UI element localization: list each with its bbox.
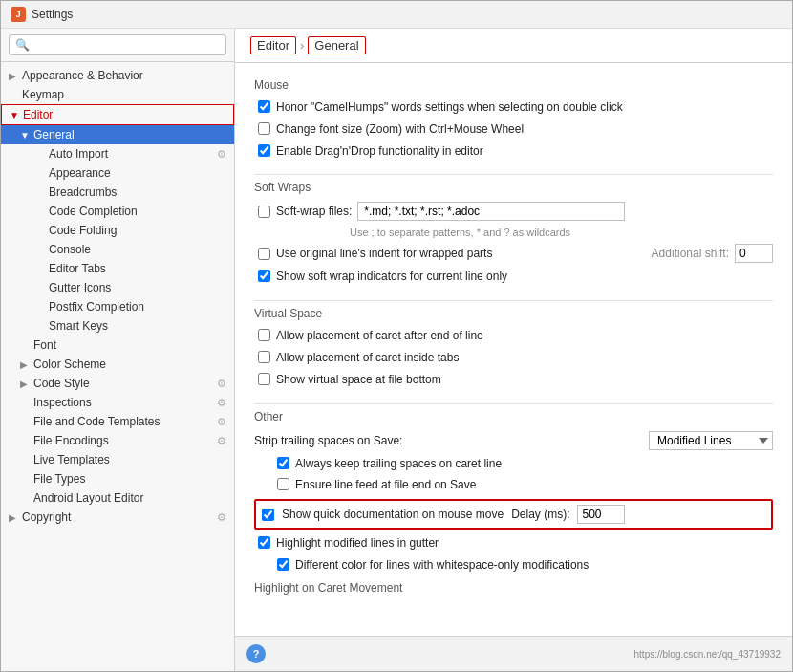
show-quick-doc-checkbox[interactable] bbox=[262, 509, 274, 521]
app-icon: J bbox=[11, 7, 26, 22]
sidebar-item-label: Console bbox=[49, 243, 91, 256]
sidebar-item-label: Appearance & Behavior bbox=[22, 69, 143, 82]
sidebar-item-code-folding[interactable]: Code Folding bbox=[1, 221, 234, 240]
allow-caret-tabs-checkbox[interactable] bbox=[258, 351, 270, 363]
checkbox-dragndrop: Enable Drag'n'Drop functionality in edit… bbox=[254, 143, 773, 160]
sidebar-item-editor[interactable]: ▼ Editor bbox=[1, 104, 234, 125]
always-keep-trailing-checkbox[interactable] bbox=[277, 457, 289, 469]
sidebar-item-label: File and Code Templates bbox=[33, 415, 161, 428]
highlight-modified-lines-row: Highlight modified lines in gutter bbox=[254, 535, 773, 552]
breadcrumb-editor: Editor bbox=[250, 36, 296, 54]
ensure-line-feed-row: Ensure line feed at file end on Save bbox=[273, 477, 773, 493]
additional-shift-label: Additional shift: bbox=[652, 247, 729, 260]
other-section: Other Strip trailing spaces on Save: Mod… bbox=[254, 410, 773, 595]
main-area: ▶ Appearance & Behavior Keymap ▼ Editor … bbox=[1, 29, 792, 671]
show-soft-wrap-indicators-label: Show soft wrap indicators for current li… bbox=[276, 269, 507, 285]
show-quick-doc-label: Show quick documentation on mouse move bbox=[282, 507, 504, 523]
arrow-icon: ▶ bbox=[9, 512, 18, 523]
sidebar-item-android-layout[interactable]: Android Layout Editor bbox=[1, 488, 234, 508]
sidebar-item-label: General bbox=[33, 128, 75, 141]
breadcrumb: Editor › General bbox=[235, 29, 792, 63]
gear-badge: ⚙ bbox=[217, 148, 226, 161]
strip-trailing-dropdown[interactable]: Modified Lines None All bbox=[649, 431, 773, 450]
arrow-icon: ▶ bbox=[9, 71, 18, 81]
show-soft-wrap-indicators-row: Show soft wrap indicators for current li… bbox=[254, 269, 773, 285]
different-color-label: Different color for lines with whitespac… bbox=[295, 557, 589, 574]
checkbox-font-size-input[interactable] bbox=[258, 122, 270, 135]
checkbox-font-size-label: Change font size (Zoom) with Ctrl+Mouse … bbox=[276, 121, 524, 138]
show-virtual-space-checkbox[interactable] bbox=[258, 373, 270, 385]
sidebar-item-label: Auto Import bbox=[49, 147, 108, 161]
allow-caret-end-row: Allow placement of caret after end of li… bbox=[254, 328, 773, 344]
sidebar-item-font[interactable]: Font bbox=[1, 336, 234, 355]
sidebar-item-label: Font bbox=[33, 338, 56, 352]
soft-wrap-files-checkbox[interactable] bbox=[258, 206, 270, 218]
show-virtual-space-row: Show virtual space at file bottom bbox=[254, 372, 773, 388]
additional-shift-input[interactable] bbox=[735, 244, 773, 263]
highlight-modified-lines-checkbox[interactable] bbox=[258, 536, 270, 549]
soft-wrap-files-input[interactable] bbox=[357, 202, 625, 221]
highlight-modified-lines-label: Highlight modified lines in gutter bbox=[276, 535, 439, 552]
divider3 bbox=[254, 403, 773, 404]
sidebar-item-label: Code Completion bbox=[49, 205, 138, 218]
sidebar-item-copyright[interactable]: ▶ Copyright ⚙ bbox=[1, 508, 234, 527]
delay-input[interactable] bbox=[577, 505, 625, 524]
sidebar-item-label: Smart Keys bbox=[49, 319, 108, 333]
sidebar-item-code-style[interactable]: ▶ Code Style ⚙ bbox=[1, 374, 234, 393]
sidebar-item-appearance[interactable]: Appearance bbox=[1, 163, 234, 183]
soft-wraps-section: Soft Wraps Soft-wrap files: Use ; to sep… bbox=[254, 181, 773, 285]
sidebar-item-smart-keys[interactable]: Smart Keys bbox=[1, 316, 234, 336]
sidebar-item-gutter-icons[interactable]: Gutter Icons bbox=[1, 278, 234, 297]
sidebar-item-file-code-templates[interactable]: File and Code Templates ⚙ bbox=[1, 412, 234, 431]
sidebar-item-appearance-behavior[interactable]: ▶ Appearance & Behavior bbox=[1, 66, 234, 85]
sidebar-item-color-scheme[interactable]: ▶ Color Scheme bbox=[1, 355, 234, 374]
sidebar-item-general[interactable]: ▼ General bbox=[1, 125, 234, 144]
window-title: Settings bbox=[32, 8, 73, 21]
sidebar-item-console[interactable]: Console bbox=[1, 240, 234, 259]
sidebar-item-label: Inspections bbox=[33, 396, 92, 409]
soft-wrap-hint: Use ; to separate patterns, * and ? as w… bbox=[350, 227, 773, 238]
highlight-caret-label: Highlight on Caret Movement bbox=[254, 581, 773, 595]
url-hint: https://blog.csdn.net/qq_43719932 bbox=[634, 649, 781, 660]
soft-wrap-files-row: Soft-wrap files: bbox=[254, 202, 773, 221]
sidebar-item-postfix-completion[interactable]: Postfix Completion bbox=[1, 297, 234, 316]
checkbox-honor-camelhumps-label: Honor "CamelHumps" words settings when s… bbox=[276, 99, 623, 116]
always-keep-trailing-row: Always keep trailing spaces on caret lin… bbox=[273, 456, 773, 472]
sidebar-item-label: Postfix Completion bbox=[49, 300, 144, 314]
sidebar-item-file-types[interactable]: File Types bbox=[1, 469, 234, 488]
sidebar-item-inspections[interactable]: Inspections ⚙ bbox=[1, 393, 234, 412]
sidebar-item-label: Android Layout Editor bbox=[33, 491, 143, 505]
ensure-line-feed-checkbox[interactable] bbox=[277, 478, 289, 490]
sidebar-item-breadcrumbs[interactable]: Breadcrumbs bbox=[1, 183, 234, 202]
checkbox-font-size: Change font size (Zoom) with Ctrl+Mouse … bbox=[254, 121, 773, 138]
allow-caret-end-checkbox[interactable] bbox=[258, 329, 270, 341]
delay-label: Delay (ms): bbox=[511, 508, 569, 521]
mouse-section: Mouse Honor "CamelHumps" words settings … bbox=[254, 78, 773, 159]
checkbox-dragndrop-input[interactable] bbox=[258, 144, 270, 157]
show-soft-wrap-indicators-checkbox[interactable] bbox=[258, 270, 270, 282]
ensure-line-feed-label: Ensure line feed at file end on Save bbox=[295, 477, 476, 493]
checkbox-honor-camelhumps-input[interactable] bbox=[258, 100, 270, 113]
sidebar-item-live-templates[interactable]: Live Templates bbox=[1, 450, 234, 469]
sidebar-item-label: Copyright bbox=[22, 510, 71, 524]
always-keep-trailing-label: Always keep trailing spaces on caret lin… bbox=[295, 456, 502, 472]
different-color-checkbox[interactable] bbox=[277, 558, 289, 571]
use-original-indent-row: Use original line's indent for wrapped p… bbox=[254, 244, 773, 263]
arrow-icon: ▶ bbox=[20, 379, 30, 389]
use-original-indent-checkbox[interactable] bbox=[258, 248, 270, 260]
sidebar-item-auto-import[interactable]: Auto Import ⚙ bbox=[1, 144, 234, 163]
sidebar-item-label: Editor bbox=[23, 108, 53, 121]
sidebar-item-label: Code Style bbox=[33, 377, 90, 390]
sidebar-item-keymap[interactable]: Keymap bbox=[1, 85, 234, 104]
search-input[interactable] bbox=[9, 34, 226, 55]
sidebar-item-label: File Encodings bbox=[33, 434, 109, 447]
allow-caret-tabs-label: Allow placement of caret inside tabs bbox=[276, 350, 459, 366]
checkbox-dragndrop-label: Enable Drag'n'Drop functionality in edit… bbox=[276, 143, 483, 160]
sidebar-item-file-encodings[interactable]: File Encodings ⚙ bbox=[1, 431, 234, 450]
sidebar-item-label: Editor Tabs bbox=[49, 262, 106, 275]
sidebar-item-code-completion[interactable]: Code Completion bbox=[1, 202, 234, 221]
sidebar-item-editor-tabs[interactable]: Editor Tabs bbox=[1, 259, 234, 278]
help-button[interactable]: ? bbox=[246, 644, 266, 663]
sidebar-item-label: Breadcrumbs bbox=[49, 185, 117, 199]
soft-wraps-section-title: Soft Wraps bbox=[254, 181, 773, 194]
